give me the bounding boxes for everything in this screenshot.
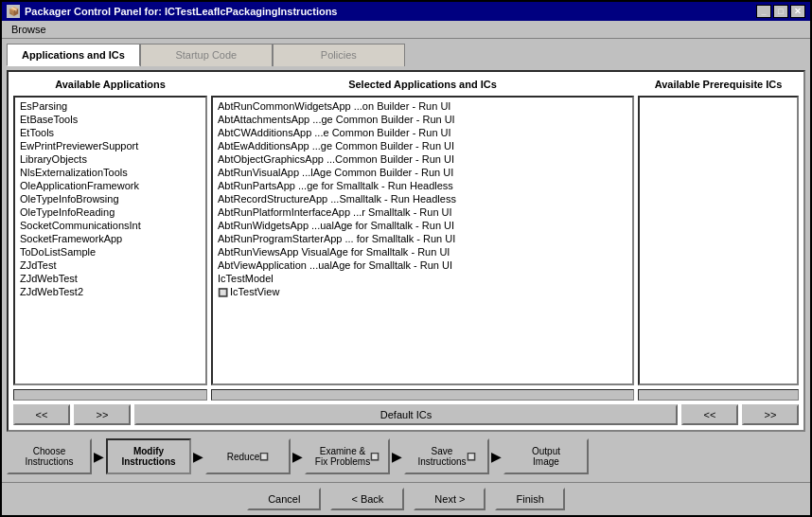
default-ics-btn[interactable]: Default ICs <box>134 404 678 425</box>
list-item[interactable]: ZJdTest <box>17 258 203 272</box>
list-item[interactable]: AbtRecordStructureApp ...Smalltalk - Run… <box>215 192 630 205</box>
title-bar: 📦 Packager Control Panel for: ICTestLeaf… <box>2 2 810 21</box>
list-item[interactable]: AbtViewApplication ...ualAge for Smallta… <box>215 258 630 272</box>
minimize-button[interactable]: _ <box>756 5 771 18</box>
left-right-btn[interactable]: >> <box>74 404 131 425</box>
list-item[interactable]: AbtEwAdditionsApp ...ge Common Builder -… <box>215 139 630 152</box>
list-item[interactable]: AbtRunProgramStarterApp ... for Smalltal… <box>215 232 630 245</box>
list-item[interactable]: OleApplicationFramework <box>17 179 203 192</box>
list-item[interactable]: AbtRunPartsApp ...ge for Smalltalk - Run… <box>215 179 630 192</box>
right-right-btn[interactable]: >> <box>742 404 799 425</box>
list-item[interactable]: ZJdWebTest2 <box>17 285 203 298</box>
list-item[interactable]: EtBaseTools <box>17 113 203 126</box>
cancel-button[interactable]: Cancel <box>247 488 321 510</box>
list-item[interactable]: OleTypeInfoBrowsing <box>17 192 203 205</box>
list-item[interactable]: AbtRunViewsApp VisualAge for Smalltalk -… <box>215 245 630 258</box>
list-columns: EsParsingEtBaseToolsEtToolsEwPrintPrevie… <box>13 96 799 385</box>
browse-menu[interactable]: Browse <box>7 23 51 36</box>
tab-bar: Applications and ICs Startup Code Polici… <box>7 44 805 66</box>
menu-bar: Browse <box>2 21 810 39</box>
wf-arrow-4: ▶ <box>390 449 404 464</box>
close-button[interactable]: ✕ <box>790 5 805 18</box>
selected-applications-list[interactable]: AbtRunCommonWidgetsApp ...on Builder - R… <box>211 96 634 385</box>
list-item[interactable]: NlsExternalizationTools <box>17 166 203 179</box>
bottom-bar: Cancel < Back Next > Finish <box>2 482 810 515</box>
left-hscrollbar[interactable] <box>13 389 207 401</box>
list-item[interactable]: SocketCommunicationsInt <box>17 219 203 232</box>
wf-arrow-3: ▶ <box>291 449 305 464</box>
list-item[interactable]: EtTools <box>17 126 203 139</box>
list-item[interactable]: LibraryObjects <box>17 152 203 166</box>
available-applications-list[interactable]: EsParsingEtBaseToolsEtToolsEwPrintPrevie… <box>13 96 207 385</box>
list-item[interactable]: AbtRunPlatformInterfaceApp ...r Smalltal… <box>215 205 630 219</box>
workflow-bar: ChooseInstructions ▶ ModifyInstructions … <box>7 436 805 477</box>
tab-applications-ics[interactable]: Applications and ICs <box>7 44 140 66</box>
mid-col-header: Selected Applications and ICs <box>211 77 634 92</box>
next-button[interactable]: Next > <box>414 488 485 510</box>
list-item[interactable]: AbtRunVisualApp ...lAge Common Builder -… <box>215 166 630 179</box>
list-item[interactable]: 🔲IcTestView <box>215 285 630 298</box>
main-window: 📦 Packager Control Panel for: ICTestLeaf… <box>0 0 812 517</box>
right-col-header: Available Prerequisite ICs <box>638 77 799 92</box>
wf-save-instructions[interactable]: SaveInstructions 🔲 <box>404 438 489 474</box>
left-left-btn[interactable]: << <box>13 404 70 425</box>
list-item[interactable]: ToDoListSample <box>17 245 203 258</box>
wf-arrow-1: ▶ <box>92 449 106 464</box>
wf-choose-instructions[interactable]: ChooseInstructions <box>7 438 92 474</box>
window-title: Packager Control Panel for: ICTestLeafIc… <box>25 6 338 17</box>
wf-examine-fix[interactable]: Examine &Fix Problems 🔲 <box>305 438 390 474</box>
tab-startup-code[interactable]: Startup Code <box>140 44 273 66</box>
list-item[interactable]: IcTestModel <box>215 272 630 285</box>
right-left-btn[interactable]: << <box>681 404 738 425</box>
available-prerequisite-list[interactable] <box>638 96 799 385</box>
nav-buttons-row: << >> Default ICs << >> <box>13 404 799 425</box>
wf-arrow-5: ▶ <box>489 449 503 464</box>
list-item[interactable]: ZJdWebTest <box>17 272 203 285</box>
wf-reduce[interactable]: Reduce 🔲 <box>205 438 291 474</box>
right-hscrollbar[interactable] <box>638 389 799 401</box>
wf-output-image[interactable]: OutputImage <box>503 438 589 474</box>
list-item[interactable]: EsParsing <box>17 99 203 113</box>
finish-button[interactable]: Finish <box>495 488 564 510</box>
list-item[interactable]: AbtAttachmentsApp ...ge Common Builder -… <box>215 113 630 126</box>
main-panel: Available Applications Selected Applicat… <box>7 70 805 432</box>
window-icon: 📦 <box>7 5 20 18</box>
list-item[interactable]: EwPrintPreviewerSupport <box>17 139 203 152</box>
back-button[interactable]: < Back <box>330 488 404 510</box>
list-item[interactable]: OleTypeInfoReading <box>17 205 203 219</box>
hscroll-row <box>13 389 799 401</box>
wf-arrow-2: ▶ <box>191 449 205 464</box>
maximize-button[interactable]: □ <box>773 5 788 18</box>
wf-modify-instructions[interactable]: ModifyInstructions <box>106 438 191 474</box>
list-item[interactable]: AbtRunWidgetsApp ...ualAge for Smalltalk… <box>215 219 630 232</box>
left-col-header: Available Applications <box>13 77 207 92</box>
list-item[interactable]: SocketFrameworkApp <box>17 232 203 245</box>
content-area: Applications and ICs Startup Code Polici… <box>2 39 810 482</box>
tab-policies[interactable]: Policies <box>273 44 405 66</box>
list-item[interactable]: AbtObjectGraphicsApp ...Common Builder -… <box>215 152 630 166</box>
mid-hscrollbar[interactable] <box>211 389 634 401</box>
list-item[interactable]: AbtRunCommonWidgetsApp ...on Builder - R… <box>215 99 630 113</box>
list-item[interactable]: AbtCWAdditionsApp ...e Common Builder - … <box>215 126 630 139</box>
column-headers: Available Applications Selected Applicat… <box>13 77 799 92</box>
